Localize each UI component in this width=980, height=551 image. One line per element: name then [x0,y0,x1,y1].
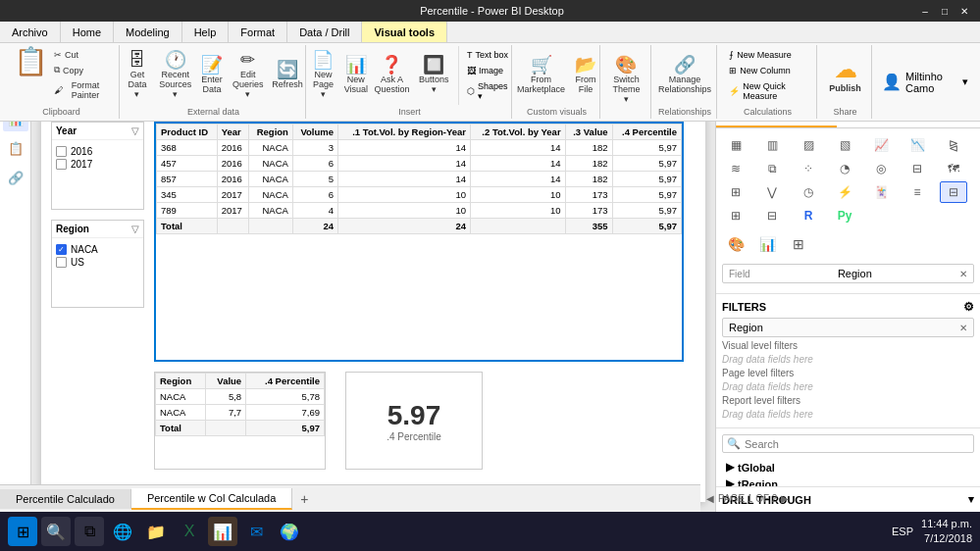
cut-button[interactable]: ✂Cut [50,48,109,62]
region-naca-item[interactable]: ✓ NACA [56,244,139,255]
field-selector[interactable]: Field Region ✕ [722,264,974,283]
new-visual-button[interactable]: 📊NewVisual [341,54,371,96]
tab-visual-tools[interactable]: Visual tools [362,22,447,42]
excel-button[interactable]: X [175,517,204,546]
field-remove-button[interactable]: ✕ [959,269,967,279]
outlook-button[interactable]: ✉ [241,517,271,546]
kpi-icon[interactable]: ⚡ [831,181,858,203]
buttons-button[interactable]: 🔲Buttons ▾ [413,54,454,96]
region-us-checkbox[interactable] [56,257,67,268]
search-taskbar-button[interactable]: 🔍 [41,517,71,546]
tab-modeling[interactable]: Modeling [114,22,182,42]
recent-sources-button[interactable]: 🕐RecentSources ▾ [154,49,196,101]
card-icon[interactable]: 🃏 [867,181,895,203]
waterfall-icon[interactable]: ⧉ [758,158,786,179]
python-visual-icon[interactable]: Py [831,205,858,226]
multi-row-card-icon[interactable]: ≡ [903,181,931,203]
tab-format[interactable]: Format [229,22,287,42]
shapes-button[interactable]: ⬡Shapes ▾ [463,79,512,103]
r-visual-icon[interactable]: R [795,205,822,226]
tab-archivo[interactable]: Archivo [0,22,61,42]
matrix-icon[interactable]: ⊟ [758,205,786,226]
fields-list-button[interactable]: ⊞ [785,230,812,258]
region-naca-checkbox[interactable]: ✓ [56,244,67,255]
tab-home[interactable]: Home [61,22,114,42]
tree-tglobal[interactable]: ▶ tGlobal [722,459,974,476]
drillthrough-chevron[interactable]: ▾ [968,493,974,506]
new-column-button[interactable]: ⊞ New Column [725,64,795,77]
visual-resize-bottom[interactable] [156,354,682,360]
powerbi-button[interactable]: 📊 [208,517,237,546]
paste-button[interactable]: 📋 ✂Cut ⧉Copy 🖌Format Painter [10,46,113,104]
line-chart-icon[interactable]: 📈 [867,134,895,156]
prev-page-button[interactable]: ◀ [706,493,714,504]
ask-question-button[interactable]: ❓Ask AQuestion [373,54,412,96]
new-measure-button[interactable]: ⨍ New Measure [725,48,796,62]
region-filter-icon[interactable]: ▽ [131,224,139,234]
filter-remove-button[interactable]: ✕ [959,323,967,333]
year-filter-icon[interactable]: ▽ [131,125,139,136]
map-icon[interactable]: 🗺 [940,158,967,179]
stacked-bar-icon[interactable]: ▥ [758,134,786,156]
ribbon-chart-icon[interactable]: ≋ [722,158,749,179]
switch-theme-button[interactable]: 🎨SwitchTheme ▾ [608,54,645,106]
scatter-icon[interactable]: ⁘ [795,158,822,179]
year-2016-item[interactable]: 2016 [56,146,139,157]
from-file-button[interactable]: 📂FromFile [571,54,600,96]
minimize-button[interactable]: – [917,3,933,19]
slicer-icon[interactable]: ⊟ [940,181,967,203]
tab-percentile-col-calculada[interactable]: Percentile w Col Calculada [131,488,292,510]
get-data-button[interactable]: 🗄GetData ▾ [123,49,153,101]
tab-percentile-calculado[interactable]: Percentile Calculado [0,489,131,509]
tab-help[interactable]: Help [182,22,230,42]
edge-button[interactable]: 🌐 [108,517,137,546]
image-button[interactable]: 🖼Image [463,64,512,77]
funnel-icon[interactable]: ⋁ [758,181,786,203]
filter-chip-region[interactable]: Region ✕ [722,318,974,337]
filled-map-icon[interactable]: ⊞ [722,181,749,203]
pie-chart-icon[interactable]: ◔ [831,158,858,179]
stacked-column-icon[interactable]: ▧ [831,134,858,156]
task-view-button[interactable]: ⧉ [75,517,104,546]
treemap-icon[interactable]: ⊟ [903,158,931,179]
bar-chart-icon[interactable]: ▦ [722,134,749,156]
column-chart-icon[interactable]: ▨ [795,134,822,156]
new-page-button[interactable]: 📄NewPage ▾ [307,49,339,101]
next-page-button[interactable]: ▶ [781,493,789,504]
add-page-button[interactable]: + [292,487,316,511]
refresh-button[interactable]: 🔄Refresh [271,59,305,91]
edit-queries-button[interactable]: ✏EditQueries ▾ [228,49,268,101]
table-icon[interactable]: ⊞ [722,205,749,226]
maximize-button[interactable]: □ [937,3,953,19]
year-2016-checkbox[interactable] [56,146,67,157]
analytics-button[interactable]: 📊 [753,230,781,258]
from-marketplace-button[interactable]: 🛒FromMarketplace [513,54,569,96]
area-chart-icon[interactable]: 📉 [903,134,931,156]
text-box-button[interactable]: TText box [463,48,512,62]
close-button[interactable]: ✕ [956,3,972,19]
format-painter-button[interactable]: 🖌Format Painter [50,78,109,102]
region-us-item[interactable]: US [56,257,139,268]
fields-search-input[interactable] [745,438,969,450]
filters-options-icon[interactable]: ⚙ [963,300,974,314]
manage-relationships-button[interactable]: 🔗ManageRelationships [654,54,715,96]
fields-search[interactable]: 🔍 [722,434,974,453]
chrome-button[interactable]: 🌍 [275,517,304,546]
new-quick-measure-button[interactable]: ⚡ New Quick Measure [725,79,810,103]
copy-button[interactable]: ⧉Copy [50,63,109,77]
start-button[interactable]: ⊞ [8,517,37,546]
enter-data-button[interactable]: 📝EnterData [198,54,226,96]
relationships-view-button[interactable]: 🔗 [3,165,28,190]
format-visual-button[interactable]: 🎨 [722,230,749,258]
viz-icons-section: ▦ ▥ ▨ ▧ 📈 📉 ⧎ ≋ ⧉ ⁘ ◔ ◎ ⊟ 🗺 ⊞ ⋁ ◷ ⚡ 🃏 ≡ [716,128,980,293]
data-view-button[interactable]: 📋 [3,135,28,161]
file-explorer-button[interactable]: 📁 [141,517,171,546]
visual-resize-right[interactable] [676,124,682,360]
year-2017-item[interactable]: 2017 [56,159,139,170]
gauge-icon[interactable]: ◷ [795,181,822,203]
publish-button[interactable]: ☁ Publish [821,54,869,97]
donut-chart-icon[interactable]: ◎ [867,158,895,179]
line-column-icon[interactable]: ⧎ [940,134,967,156]
year-2017-checkbox[interactable] [56,159,67,170]
tab-data-drill[interactable]: Data / Drill [287,22,362,42]
